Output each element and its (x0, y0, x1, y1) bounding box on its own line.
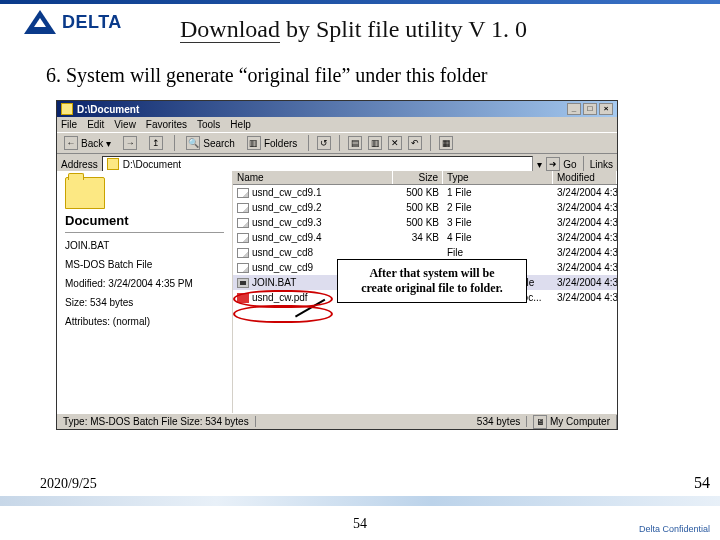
status-type-size: Type: MS-DOS Batch File Size: 534 bytes (57, 416, 256, 427)
file-icon (237, 203, 249, 213)
file-icon (237, 263, 249, 273)
file-row[interactable]: usnd_cw_cd9.1500 KB1 File3/24/2004 4:31 … (233, 185, 617, 200)
menu-favorites[interactable]: Favorites (146, 119, 187, 130)
up-folder-icon: ↥ (149, 136, 163, 150)
col-header-name[interactable]: Name (233, 171, 393, 184)
footer-accent-bar (0, 496, 720, 506)
slide-date: 2020/9/25 (40, 476, 97, 492)
undo-icon[interactable]: ↶ (408, 136, 422, 150)
dropdown-icon: ▾ (106, 138, 111, 149)
go-button[interactable]: ➜Go (546, 157, 576, 171)
file-icon (237, 188, 249, 198)
task-pane: Document JOIN.BAT MS-DOS Batch File Modi… (57, 171, 233, 413)
maximize-button[interactable]: □ (583, 103, 597, 115)
address-dropdown-icon[interactable]: ▾ (537, 159, 542, 170)
brand-logo: DELTA (24, 10, 122, 34)
delete-icon[interactable]: ✕ (388, 136, 402, 150)
back-button[interactable]: ←Back ▾ (61, 135, 114, 151)
file-icon (237, 233, 249, 243)
toolbar: ←Back ▾ → ↥ 🔍Search ▥Folders ↺ ▤ ▥ ✕ ↶ ▦ (57, 133, 617, 154)
minimize-button[interactable]: _ (567, 103, 581, 115)
slide: DELTA Download by Split file utility V 1… (0, 0, 720, 540)
column-headers: Name Size Type Modified (233, 171, 617, 185)
callout-line1: After that system will be (348, 266, 516, 281)
file-icon (237, 248, 249, 258)
file-icon (237, 293, 249, 303)
callout-line2: create original file to folder. (348, 281, 516, 296)
menu-file[interactable]: File (61, 119, 77, 130)
address-label: Address (61, 159, 98, 170)
move-to-icon[interactable]: ▤ (348, 136, 362, 150)
page-number-right: 54 (694, 474, 710, 492)
forward-arrow-icon: → (123, 136, 137, 150)
col-header-type[interactable]: Type (443, 171, 553, 184)
selected-file-size: Size: 534 bytes (65, 296, 224, 309)
file-icon (237, 278, 249, 288)
folders-button[interactable]: ▥Folders (244, 135, 300, 151)
file-row[interactable]: usnd_cw_cd8File3/24/2004 4:33 PM (233, 245, 617, 260)
slide-title: Download by Split file utility V 1. 0 (180, 16, 527, 43)
delta-triangle-icon (24, 10, 56, 34)
selected-file-type: MS-DOS Batch File (65, 258, 224, 271)
big-folder-icon (65, 177, 105, 209)
menu-edit[interactable]: Edit (87, 119, 104, 130)
page-number-center: 54 (0, 516, 720, 532)
status-bar: Type: MS-DOS Batch File Size: 534 bytes … (57, 413, 617, 429)
status-location: 🖥 My Computer (527, 415, 617, 429)
menu-view[interactable]: View (114, 119, 136, 130)
selected-file-modified: Modified: 3/24/2004 4:35 PM (65, 277, 224, 290)
top-accent-bar (0, 0, 720, 4)
views-icon[interactable]: ▦ (439, 136, 453, 150)
menu-help[interactable]: Help (230, 119, 251, 130)
selected-file-attributes: Attributes: (normal) (65, 315, 224, 328)
brand-text: DELTA (62, 12, 122, 33)
callout-box: After that system will be create origina… (337, 259, 527, 303)
window-titlebar[interactable]: D:\Document _ □ × (57, 101, 617, 117)
close-button[interactable]: × (599, 103, 613, 115)
current-folder-name: Document (65, 213, 224, 233)
window-title: D:\Document (77, 104, 139, 115)
address-input[interactable]: D:\Document (102, 156, 534, 172)
folder-icon (107, 158, 119, 170)
history-icon[interactable]: ↺ (317, 136, 331, 150)
forward-button[interactable]: → (120, 135, 140, 151)
back-arrow-icon: ← (64, 136, 78, 150)
up-button[interactable]: ↥ (146, 135, 166, 151)
go-arrow-icon: ➜ (546, 157, 560, 171)
folders-icon: ▥ (247, 136, 261, 150)
file-row[interactable]: usnd_cw_cd9.3500 KB3 File3/24/2004 4:31 … (233, 215, 617, 230)
my-computer-icon: 🖥 (533, 415, 547, 429)
menu-tools[interactable]: Tools (197, 119, 220, 130)
file-icon (237, 218, 249, 228)
copy-to-icon[interactable]: ▥ (368, 136, 382, 150)
selected-file-name: JOIN.BAT (65, 239, 224, 252)
confidential-label: Delta Confidential (639, 524, 710, 534)
menu-bar: File Edit View Favorites Tools Help (57, 117, 617, 133)
col-header-size[interactable]: Size (393, 171, 443, 184)
search-button[interactable]: 🔍Search (183, 135, 238, 151)
status-size: 534 bytes (471, 416, 527, 427)
slide-subtitle: 6. System will generate “original file” … (46, 64, 488, 87)
folder-icon (61, 103, 73, 115)
explorer-screenshot: D:\Document _ □ × File Edit View Favorit… (56, 100, 618, 430)
search-icon: 🔍 (186, 136, 200, 150)
col-header-modified[interactable]: Modified (553, 171, 617, 184)
links-label[interactable]: Links (590, 159, 613, 170)
file-row[interactable]: usnd_cw_cd9.434 KB4 File3/24/2004 4:32 P… (233, 230, 617, 245)
file-row[interactable]: usnd_cw_cd9.2500 KB2 File3/24/2004 4:31 … (233, 200, 617, 215)
